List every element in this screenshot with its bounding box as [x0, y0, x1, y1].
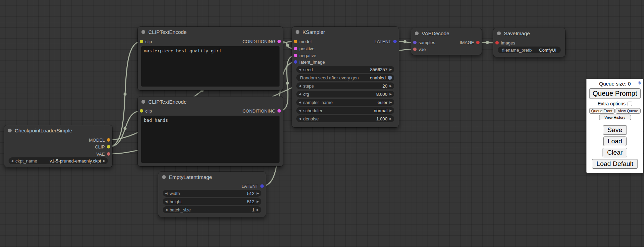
toggle-on-icon[interactable]	[388, 76, 392, 80]
node-clip-text-encode-negative[interactable]: CLIPTextEncode clip CONDITIONING bad han…	[138, 96, 283, 166]
load-default-button[interactable]: Load Default	[592, 159, 638, 169]
link-midpoint-dot	[286, 82, 289, 85]
filename-prefix-widget[interactable]: filename_prefix ComfyUI	[498, 47, 561, 53]
widget-label: batch_size	[170, 207, 191, 212]
node-checkpoint-loader-simple[interactable]: CheckpointLoaderSimple MODEL CLIP VAE ◀ …	[4, 125, 112, 167]
collapse-dot-icon[interactable]	[296, 30, 299, 34]
collapse-dot-icon[interactable]	[415, 31, 419, 35]
node-title-bar[interactable]: EmptyLatentImage	[158, 172, 266, 182]
node-title-bar[interactable]: VAEDecode	[411, 28, 482, 38]
node-empty-latent-image[interactable]: EmptyLatentImage LATENT ◀ width 512 ▶ ◀ …	[158, 172, 266, 217]
sampler-name-widget[interactable]: ◀ sampler_name euler ▶	[296, 99, 394, 106]
increment-arrow-icon[interactable]: ▶	[257, 198, 259, 205]
latent-image-input-dot[interactable]	[294, 60, 297, 64]
load-button[interactable]: Load	[603, 136, 627, 146]
node-title-bar[interactable]: CLIPTextEncode	[138, 96, 283, 107]
node-save-image[interactable]: SaveImage images filename_prefix ComfyUI	[493, 28, 565, 57]
denoise-widget[interactable]: ◀ denoise 1.000 ▶	[296, 115, 394, 122]
images-input-dot[interactable]	[495, 41, 499, 44]
conditioning-output-dot[interactable]	[277, 40, 281, 43]
height-widget[interactable]: ◀ height 512 ▶	[163, 198, 261, 205]
positive-input-dot[interactable]	[294, 47, 297, 50]
collapse-dot-icon[interactable]	[497, 31, 501, 35]
decrement-arrow-icon[interactable]: ◀	[299, 107, 301, 114]
positive-prompt-textarea[interactable]: masterpiece best quality girl	[141, 46, 280, 87]
node-title-bar[interactable]: KSampler	[292, 27, 399, 37]
vae-output-dot[interactable]	[107, 152, 110, 156]
width-widget[interactable]: ◀ width 512 ▶	[163, 190, 261, 197]
input-slot-vae: vae	[413, 46, 426, 53]
node-title: KSampler	[302, 29, 325, 35]
image-output-dot[interactable]	[476, 41, 480, 44]
view-history-button[interactable]: View History	[599, 115, 631, 120]
negative-prompt-textarea[interactable]: bad hands	[141, 116, 280, 163]
latent-output-dot[interactable]	[260, 184, 264, 188]
seed-widget[interactable]: ◀ seed 8566257 ▶	[296, 66, 394, 73]
node-title-bar[interactable]: CheckpointLoaderSimple	[4, 125, 112, 135]
decrement-arrow-icon[interactable]: ◀	[165, 206, 168, 213]
decrement-arrow-icon[interactable]: ◀	[299, 66, 301, 73]
save-button[interactable]: Save	[603, 125, 627, 135]
settings-icon[interactable]: ❋	[638, 80, 642, 86]
node-title-bar[interactable]: SaveImage	[493, 28, 565, 38]
scheduler-widget[interactable]: ◀ scheduler normal ▶	[296, 107, 394, 114]
widget-label: scheduler	[303, 108, 322, 113]
widget-label: cfg	[303, 92, 309, 97]
widget-label: height	[170, 199, 182, 204]
model-input-dot[interactable]	[294, 40, 297, 43]
model-output-dot[interactable]	[107, 138, 110, 142]
latent-output-dot[interactable]	[393, 40, 397, 43]
increment-arrow-icon[interactable]: ▶	[389, 107, 392, 114]
node-vae-decode[interactable]: VAEDecode samples vae IMAGE	[411, 28, 482, 55]
increment-arrow-icon[interactable]: ▶	[257, 206, 259, 213]
collapse-dot-icon[interactable]	[8, 129, 12, 132]
widget-value: ComfyUI	[539, 48, 556, 53]
batch-size-widget[interactable]: ◀ batch_size 1 ▶	[163, 206, 261, 213]
steps-widget[interactable]: ◀ steps 20 ▶	[296, 82, 394, 89]
slot-label: LATENT	[374, 39, 391, 44]
increment-arrow-icon[interactable]: ▶	[389, 99, 392, 106]
conditioning-output-dot[interactable]	[277, 109, 281, 113]
decrement-arrow-icon[interactable]: ◀	[165, 190, 168, 197]
negative-input-dot[interactable]	[294, 54, 297, 57]
view-queue-button[interactable]: View Queue	[616, 108, 641, 114]
increment-arrow-icon[interactable]: ▶	[103, 157, 106, 164]
decrement-arrow-icon[interactable]: ◀	[299, 91, 301, 98]
samples-input-dot[interactable]	[413, 41, 417, 44]
clip-input-dot[interactable]	[140, 109, 143, 113]
ckpt-name-widget[interactable]: ◀ ckpt_name v1-5-pruned-emaonly.ckpt ▶	[9, 157, 108, 164]
node-title-bar[interactable]: CLIPTextEncode	[138, 27, 283, 37]
node-ksampler[interactable]: KSampler model positive negative latent_…	[292, 27, 399, 127]
collapse-dot-icon[interactable]	[141, 100, 145, 104]
clear-button[interactable]: Clear	[603, 148, 627, 157]
node-clip-text-encode-positive[interactable]: CLIPTextEncode clip CONDITIONING masterp…	[138, 27, 283, 90]
increment-arrow-icon[interactable]: ▶	[257, 190, 259, 197]
widget-value: 8566257	[370, 67, 387, 72]
queue-prompt-button[interactable]: Queue Prompt	[589, 88, 641, 99]
widget-value: enabled	[370, 75, 386, 80]
decrement-arrow-icon[interactable]: ◀	[299, 82, 301, 89]
queue-front-button[interactable]: Queue Front	[589, 108, 615, 114]
node-title: CheckpointLoaderSimple	[15, 128, 72, 133]
collapse-dot-icon[interactable]	[141, 30, 145, 34]
collapse-dot-icon[interactable]	[162, 175, 166, 179]
decrement-arrow-icon[interactable]: ◀	[11, 157, 13, 164]
increment-arrow-icon[interactable]: ▶	[389, 115, 392, 122]
increment-arrow-icon[interactable]: ▶	[389, 91, 392, 98]
increment-arrow-icon[interactable]: ▶	[389, 66, 392, 73]
decrement-arrow-icon[interactable]: ◀	[299, 115, 301, 122]
node-title: VAEDecode	[422, 30, 449, 36]
clip-input-dot[interactable]	[140, 40, 143, 43]
slot-label: negative	[299, 53, 316, 58]
cfg-widget[interactable]: ◀ cfg 8.000 ▶	[296, 91, 394, 98]
extra-options-checkbox[interactable]	[628, 102, 632, 106]
increment-arrow-icon[interactable]: ▶	[389, 82, 392, 89]
node-title: SaveImage	[504, 30, 530, 36]
decrement-arrow-icon[interactable]: ◀	[299, 99, 301, 106]
output-slot-latent: LATENT	[374, 38, 397, 45]
widget-label: ckpt_name	[15, 158, 37, 164]
random-seed-toggle-widget[interactable]: Random seed after every gen enabled	[296, 74, 394, 81]
clip-output-dot[interactable]	[107, 145, 110, 148]
decrement-arrow-icon[interactable]: ◀	[165, 198, 168, 205]
vae-input-dot[interactable]	[413, 48, 417, 51]
